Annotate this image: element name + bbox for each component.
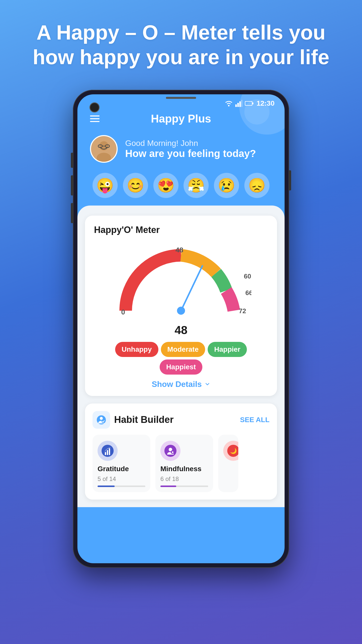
gratitude-name: Gratitude: [98, 465, 145, 473]
hamburger-line3: [90, 121, 100, 122]
avatar-image: [91, 136, 117, 162]
gratitude-icon: [101, 445, 114, 457]
badge-happiest: Happiest: [160, 359, 202, 375]
power-button: [289, 170, 291, 190]
svg-text:60: 60: [244, 272, 251, 280]
greeting-name: Good Morning! John: [125, 139, 256, 148]
page-header: A Happy – O – Meter tells you how happy …: [0, 20, 362, 70]
emoji-excited[interactable]: 😜: [93, 173, 118, 198]
habit-card-gratitude: Gratitude 5 of 14: [93, 435, 150, 492]
emoji-happy[interactable]: 😊: [123, 173, 148, 198]
top-nav: Happy Plus: [77, 110, 285, 130]
gratitude-progress-fill: [98, 486, 115, 487]
status-icons: 12:30: [225, 99, 275, 107]
white-card-area: Happy'O' Meter 0: [77, 206, 285, 507]
svg-rect-3: [239, 101, 241, 107]
svg-line-19: [181, 266, 202, 311]
time-display: 12:30: [256, 99, 275, 107]
emoji-love[interactable]: 😍: [153, 173, 178, 198]
svg-rect-2: [237, 103, 239, 107]
habit-title-group: Habit Builder: [93, 411, 173, 429]
svg-point-0: [228, 105, 230, 106]
mindfulness-progress: 6 of 18: [160, 475, 208, 482]
svg-text:0: 0: [121, 308, 125, 316]
sleep-icon-bg: 🌙: [223, 441, 238, 461]
svg-rect-7: [245, 102, 252, 105]
page-title: A Happy – O – Meter tells you how happy …: [20, 20, 342, 70]
gratitude-progress: 5 of 14: [98, 475, 145, 482]
see-all-button[interactable]: SEE ALL: [240, 416, 269, 424]
svg-rect-4: [241, 100, 242, 107]
badge-unhappy: Unhappy: [115, 342, 158, 357]
show-details-label: Show Details: [152, 380, 202, 389]
legend-badges: Unhappy Moderate Happier Happiest: [94, 342, 268, 375]
mindfulness-progress-fill: [160, 486, 176, 487]
signal-icon: [235, 100, 242, 107]
greeting-question: How are you feeling today?: [125, 148, 256, 159]
greeting-text: Good Morning! John How are you feeling t…: [125, 139, 256, 159]
svg-text:🌙: 🌙: [230, 448, 237, 454]
volume-up-button: [71, 153, 73, 168]
hamburger-line2: [90, 118, 100, 119]
habit-builder-title: Habit Builder: [114, 414, 173, 425]
svg-text:48: 48: [175, 246, 183, 254]
svg-point-22: [100, 417, 103, 420]
habit-card-mindfulness: Mindfulness 6 of 18: [155, 435, 213, 492]
mindfulness-name: Mindfulness: [160, 465, 208, 473]
gauge-svg: 0 48 60 66 72: [111, 245, 251, 321]
volume-down-button: [71, 175, 73, 195]
phone-screen: 12:30 Happy Plus: [77, 94, 285, 563]
mindfulness-progress-bar: [160, 486, 208, 487]
hamburger-menu[interactable]: [90, 115, 100, 122]
chevron-down-icon: [204, 381, 210, 387]
svg-text:66: 66: [245, 289, 251, 297]
show-details-button[interactable]: Show Details: [94, 380, 268, 389]
wifi-icon: [225, 100, 233, 107]
mindfulness-icon: [164, 445, 177, 457]
svg-point-20: [177, 307, 185, 315]
svg-rect-25: [105, 452, 106, 455]
meter-card: Happy'O' Meter 0: [85, 216, 277, 396]
phone-frame: 12:30 Happy Plus: [73, 90, 289, 568]
meter-title: Happy'O' Meter: [94, 225, 268, 235]
gauge-score: 48: [94, 323, 268, 337]
svg-rect-6: [252, 102, 253, 104]
emoji-unhappy[interactable]: 😞: [244, 173, 269, 198]
gratitude-progress-bar: [98, 486, 145, 487]
sleep-icon: 🌙: [227, 445, 238, 457]
habit-icon-box: [93, 411, 110, 429]
battery-icon: [245, 101, 254, 106]
emoji-row: 😜 😊 😍 😤 😢 😞: [77, 170, 285, 206]
svg-text:72: 72: [239, 307, 246, 315]
silent-button: [71, 203, 73, 223]
habit-header: Habit Builder SEE ALL: [93, 411, 269, 429]
badge-moderate: Moderate: [161, 342, 205, 357]
emoji-angry[interactable]: 😤: [184, 173, 209, 198]
badge-happier: Happier: [208, 342, 247, 357]
hamburger-line1: [90, 115, 100, 116]
status-bar: 12:30: [77, 94, 285, 110]
greeting-section: Good Morning! John How are you feeling t…: [77, 130, 285, 170]
habit-section: Habit Builder SEE ALL: [85, 404, 277, 500]
mindfulness-icon-bg: [160, 441, 180, 461]
svg-rect-27: [109, 448, 110, 455]
habit-card-sleep: 🌙: [218, 435, 238, 492]
habit-builder-icon: [96, 415, 106, 425]
emoji-sad[interactable]: 😢: [214, 173, 239, 198]
gauge-container: 0 48 60 66 72: [94, 240, 268, 321]
habit-cards-row: Gratitude 5 of 14: [93, 435, 269, 492]
user-avatar: [90, 135, 118, 163]
svg-rect-26: [107, 450, 108, 455]
app-title: Happy Plus: [151, 112, 211, 125]
svg-rect-1: [235, 104, 237, 107]
gratitude-icon-bg: [98, 441, 118, 461]
